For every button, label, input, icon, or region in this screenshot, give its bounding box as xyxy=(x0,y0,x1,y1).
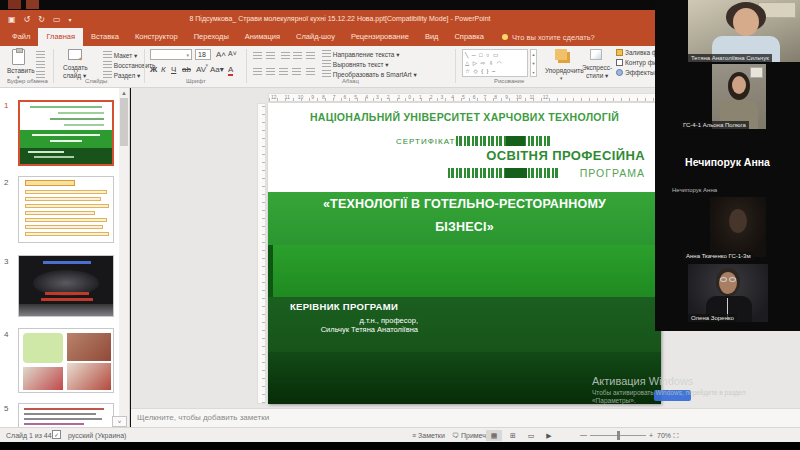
scroll-up-icon[interactable]: ▲ xyxy=(120,90,128,96)
tab-design[interactable]: Конструктор xyxy=(127,28,186,46)
change-case-icon[interactable]: Aa▾ xyxy=(210,65,224,74)
align-left-icon[interactable] xyxy=(253,67,262,75)
quick-styles-button[interactable]: Экспресс- стили ▾ xyxy=(582,48,612,78)
paste-button[interactable]: Вставить ▾ xyxy=(8,48,30,78)
justify-icon[interactable] xyxy=(292,67,301,75)
align-center-icon[interactable] xyxy=(266,67,275,75)
copy-icon[interactable] xyxy=(36,60,45,68)
tab-review[interactable]: Рецензирование xyxy=(343,28,417,46)
window-control-square-1[interactable] xyxy=(8,0,21,9)
layout-button[interactable]: Макет ▾ xyxy=(103,50,137,60)
shrink-font-icon[interactable]: A˅ xyxy=(228,50,237,57)
slide-thumbnail-2[interactable] xyxy=(18,176,114,243)
tab-view[interactable]: Вид xyxy=(417,28,447,46)
columns-icon[interactable] xyxy=(306,67,315,75)
barcode-graphic-1 xyxy=(456,136,552,146)
cut-icon[interactable] xyxy=(36,50,45,58)
thumb-number-1: 1 xyxy=(4,101,8,110)
numbering-icon[interactable] xyxy=(266,51,275,59)
normal-view-button[interactable]: ▦ xyxy=(486,430,502,441)
underline-button[interactable]: Ч xyxy=(171,65,176,74)
participant-2-face xyxy=(732,76,746,94)
vertical-ruler[interactable] xyxy=(257,103,266,404)
taskbar-strip xyxy=(0,442,800,450)
shapes-gallery[interactable]: ╲ ─ □ ○ ▭△ ▷ ⇨ ⇩ ◠☆ ◇ { } ⌣ xyxy=(462,49,528,77)
spellcheck-icon[interactable]: ✓ xyxy=(52,430,61,439)
text-direction-icon xyxy=(322,49,331,57)
scrollbar-thumb[interactable] xyxy=(120,98,128,146)
tab-insert[interactable]: Вставка xyxy=(83,28,127,46)
strikethrough-button[interactable]: ab xyxy=(182,65,191,74)
align-text-icon xyxy=(322,59,331,67)
italic-button[interactable]: К xyxy=(161,65,166,74)
slide-university-title: НАЦІОНАЛЬНИЙ УНІВЕРСИТЕТ ХАРЧОВИХ ТЕХНОЛ… xyxy=(268,111,661,123)
slide-thumbnail-5[interactable] xyxy=(18,403,114,427)
bold-button[interactable]: Ж xyxy=(150,65,157,74)
grow-font-icon[interactable]: A˄ xyxy=(216,50,226,59)
zoom-out-button[interactable]: — xyxy=(580,431,587,438)
tab-home[interactable]: Главная xyxy=(38,28,83,46)
notes-toggle[interactable]: ≡ Заметки xyxy=(412,432,445,439)
text-direction-button[interactable]: Направление текста ▾ xyxy=(322,49,400,59)
align-text-button[interactable]: Выровнять текст ▾ xyxy=(322,59,389,69)
new-slide-button[interactable]: Создать слайд ▾ xyxy=(60,48,100,80)
video-tile-3[interactable] xyxy=(710,197,766,257)
window-control-square-2[interactable] xyxy=(26,0,39,9)
tell-me-box[interactable]: Что вы хотите сделать? xyxy=(502,28,595,46)
slide-canvas[interactable]: НАЦІОНАЛЬНИЙ УНІВЕРСИТЕТ ХАРЧОВИХ ТЕХНОЛ… xyxy=(268,103,661,404)
notes-pane[interactable]: Щелкните, чтобы добавить заметки xyxy=(131,408,800,427)
activation-watermark-line2: «Параметры». xyxy=(592,397,636,404)
line-spacing-icon[interactable] xyxy=(306,51,315,59)
reset-button[interactable]: Восстановить xyxy=(103,60,155,69)
thumb-number-3: 3 xyxy=(4,257,8,266)
lightbulb-icon xyxy=(502,34,508,40)
character-spacing-icon[interactable]: AV xyxy=(196,65,206,74)
video-tile-1[interactable]: Тетяна Анатоліївна Сильчук xyxy=(688,0,800,62)
font-size-input[interactable]: 18▾ xyxy=(195,49,211,60)
reading-view-button[interactable]: ▭ xyxy=(523,430,539,441)
collapse-pane-button[interactable]: ˅ xyxy=(112,416,127,427)
smartart-button[interactable]: Преобразовать в SmartArt ▾ xyxy=(322,69,417,79)
tab-file[interactable]: Файл xyxy=(4,28,38,46)
slide-sorter-view-button[interactable]: ⊞ xyxy=(505,430,521,441)
activation-watermark-title: Активация Windows xyxy=(592,375,693,387)
slide-title-line2: БІЗНЕСІ» xyxy=(268,220,661,234)
participant-4-face xyxy=(729,209,747,233)
font-name-select[interactable]: ▾ xyxy=(150,49,192,60)
tab-transitions[interactable]: Переходы xyxy=(186,28,237,46)
shapes-scroll[interactable]: ▲▼▾ xyxy=(530,49,537,77)
slide-thumbnail-1[interactable] xyxy=(18,100,114,166)
zoom-level: 70% xyxy=(657,432,671,439)
video-tile-4[interactable]: Олена Зоренко xyxy=(688,264,768,322)
increase-indent-icon[interactable] xyxy=(293,51,302,59)
window-title: 8 Підсумкова_ Страви молекулярної кухні … xyxy=(0,10,680,28)
smartart-icon xyxy=(322,69,331,77)
font-color-icon[interactable]: A xyxy=(228,65,233,76)
fit-to-window-icon[interactable]: ⛶ xyxy=(670,430,682,441)
tab-help[interactable]: Справка xyxy=(446,28,491,46)
slideshow-view-button[interactable]: ▶ xyxy=(541,430,557,441)
video-tile-2[interactable] xyxy=(712,64,766,129)
tab-animations[interactable]: Анимация xyxy=(237,28,288,46)
participant-4-name: Анна Ткаченко ГС-1-3м xyxy=(683,252,754,260)
bullets-icon[interactable] xyxy=(253,51,262,59)
slide-thumbnail-3[interactable] xyxy=(18,255,114,317)
section-button[interactable]: Раздел ▾ xyxy=(103,70,140,80)
tab-slideshow[interactable]: Слайд-шоу xyxy=(288,28,343,46)
zoom-in-button[interactable]: + xyxy=(649,432,653,439)
language-indicator[interactable]: русский (Украина) xyxy=(68,432,126,439)
format-painter-icon[interactable] xyxy=(36,70,45,78)
slide-title-line1: «ТЕХНОЛОГІЇ В ГОТЕЛЬНО-РЕСТОРАННОМУ xyxy=(268,197,661,211)
status-bar: Слайд 1 из 44 ✓ русский (Украина) ≡ Заме… xyxy=(0,427,800,442)
thumbnail-scrollbar[interactable]: ▲ xyxy=(119,88,129,427)
align-right-icon[interactable] xyxy=(279,67,288,75)
quick-styles-icon xyxy=(590,49,602,60)
participant-5-name: Олена Зоренко xyxy=(688,314,737,322)
arrange-button[interactable]: Упорядочить ▾ xyxy=(545,48,579,78)
slide-thumbnail-4[interactable] xyxy=(18,328,114,393)
decrease-indent-icon[interactable] xyxy=(281,51,290,59)
head-degree: д.т.н., професор, xyxy=(359,316,418,325)
zoom-slider-thumb[interactable] xyxy=(617,431,620,440)
participant-5-face xyxy=(719,272,737,294)
horizontal-ruler[interactable]: 12 11 10 9 8 7 6 5 4 3 2 1 0 1 2 3 4 5 6… xyxy=(268,93,661,102)
